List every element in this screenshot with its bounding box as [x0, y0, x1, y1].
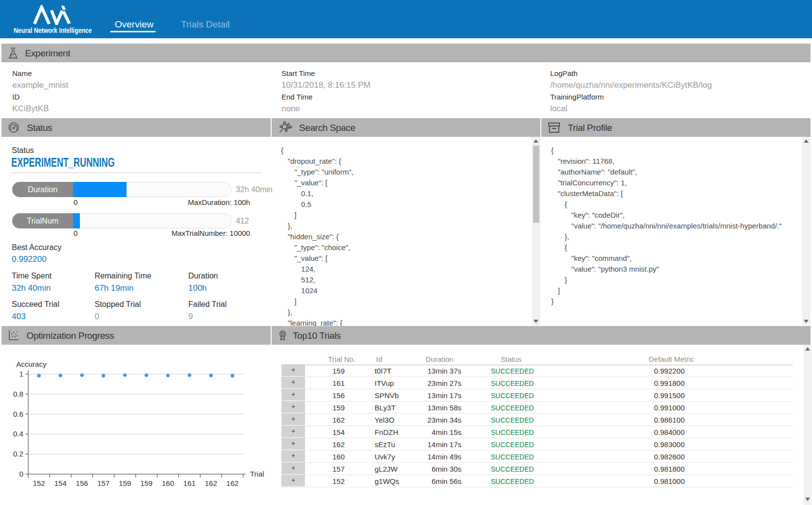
- svg-text:0.2: 0.2: [13, 450, 24, 458]
- svg-text:162: 162: [227, 479, 239, 487]
- svg-text:159: 159: [140, 479, 152, 487]
- svg-text:0: 0: [19, 470, 23, 478]
- svg-text:0.4: 0.4: [13, 429, 24, 438]
- svg-text:159: 159: [119, 479, 131, 487]
- svg-text:156: 156: [76, 479, 88, 487]
- svg-text:162: 162: [205, 479, 217, 487]
- svg-text:157: 157: [97, 479, 109, 487]
- svg-text:Trial: Trial: [250, 470, 264, 478]
- svg-text:154: 154: [54, 479, 67, 487]
- svg-text:161: 161: [183, 479, 196, 487]
- svg-text:Accuracy: Accuracy: [16, 360, 47, 368]
- svg-text:152: 152: [33, 479, 45, 487]
- svg-text:0.8: 0.8: [13, 390, 24, 398]
- svg-text:160: 160: [162, 479, 174, 487]
- svg-text:0.6: 0.6: [13, 410, 24, 418]
- svg-text:1: 1: [19, 370, 23, 378]
